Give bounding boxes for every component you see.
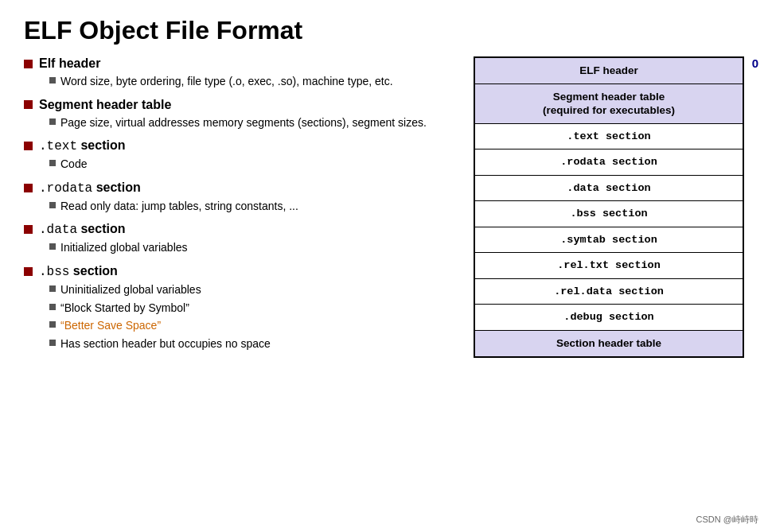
section-bullet-rodata-section: [24, 184, 33, 192]
zero-label: 0: [752, 56, 758, 70]
diagram-cell: .rel.data section: [474, 278, 743, 305]
sub-items-rodata-section: Read only data: jump tables, string cons…: [49, 199, 458, 215]
section-title-bss-section: .bss section: [24, 264, 458, 279]
sub-items-text-section: Code: [49, 157, 458, 173]
diagram-row: Segment header table(required for execut…: [474, 83, 743, 123]
diagram-cell: .rodata section: [474, 150, 743, 176]
sub-item-text: “Better Save Space”: [60, 318, 161, 334]
sub-item-text: Read only data: jump tables, string cons…: [60, 199, 298, 215]
diagram-cell: .rel.txt section: [474, 253, 743, 279]
sub-bullet: [49, 202, 56, 208]
sub-bullet: [49, 118, 56, 125]
section-title-text-bss-section: .bss section: [39, 264, 118, 279]
diagram-cell: .debug section: [474, 305, 743, 331]
section-text-section: .text sectionCode: [24, 138, 458, 173]
sub-item: “Block Started by Symbol”: [49, 301, 458, 316]
sub-items-elf-header: Word size, byte ordering, file type (.o,…: [49, 74, 458, 90]
diagram-row: .bss section: [474, 201, 743, 227]
sub-item: Code: [49, 157, 458, 173]
section-elf-header: Elf headerWord size, byte ordering, file…: [24, 56, 458, 90]
sub-bullet: [49, 77, 56, 83]
section-title-text-section: .text section: [24, 138, 458, 153]
section-title-text-elf-header: Elf header: [39, 56, 100, 71]
sub-items-data-section: Initialized global variables: [49, 240, 458, 256]
sub-item: Has section header but occupies no space: [49, 336, 458, 352]
section-bullet-data-section: [24, 225, 33, 234]
sub-item-text: Word size, byte ordering, file type (.o,…: [60, 74, 393, 90]
diagram-row: .rel.data section: [474, 278, 743, 305]
right-panel: 0 ELF headerSegment header table(require…: [474, 56, 744, 359]
sub-item-text: Code: [60, 157, 87, 173]
diagram-row: .symtab section: [474, 227, 743, 253]
diagram-row: .data section: [474, 175, 743, 201]
diagram-row: .text section: [474, 123, 743, 150]
sub-item-text: “Block Started by Symbol”: [60, 301, 189, 316]
section-title-segment-header-table: Segment header table: [24, 98, 458, 112]
diagram-wrapper: 0 ELF headerSegment header table(require…: [474, 56, 744, 358]
diagram-row: .rel.txt section: [474, 253, 743, 279]
section-bullet-bss-section: [24, 267, 33, 276]
sub-item: Uninitialized global variables: [49, 282, 458, 298]
section-bullet-text-section: [24, 142, 33, 150]
diagram-cell: .data section: [474, 175, 743, 201]
section-title-text-rodata-section: .rodata section: [39, 181, 141, 196]
sub-item-text: Has section header but occupies no space: [60, 336, 271, 352]
diagram-cell: Segment header table(required for execut…: [474, 83, 743, 123]
sub-item: “Better Save Space”: [49, 318, 458, 334]
section-title-rodata-section: .rodata section: [24, 181, 458, 196]
sub-item: Word size, byte ordering, file type (.o,…: [49, 74, 458, 90]
diagram-table: ELF headerSegment header table(required …: [474, 56, 744, 358]
diagram-cell: .text section: [474, 123, 743, 150]
section-title-elf-header: Elf header: [24, 56, 458, 71]
sub-item-text: Initialized global variables: [60, 240, 188, 256]
sub-bullet: [49, 160, 56, 166]
section-segment-header-table: Segment header tablePage size, virtual a…: [24, 98, 458, 131]
sub-item: Page size, virtual addresses memory segm…: [49, 115, 458, 131]
section-title-data-section: .data section: [24, 222, 458, 237]
sub-bullet: [49, 243, 56, 250]
section-title-text-data-section: .data section: [39, 222, 125, 237]
page-title: ELF Object File Format: [24, 16, 744, 45]
section-bss-section: .bss sectionUninitialized global variabl…: [24, 264, 458, 351]
sub-bullet: [49, 304, 56, 310]
sub-item: Initialized global variables: [49, 240, 458, 256]
sub-items-segment-header-table: Page size, virtual addresses memory segm…: [49, 115, 458, 131]
section-bullet-segment-header-table: [24, 100, 33, 109]
footer: CSDN @峙峙時: [696, 514, 758, 526]
sub-bullet: [49, 321, 56, 328]
diagram-cell: .bss section: [474, 201, 743, 227]
sub-bullet: [49, 285, 56, 292]
left-panel: Elf headerWord size, byte ordering, file…: [24, 56, 458, 359]
sub-item: Read only data: jump tables, string cons…: [49, 199, 458, 215]
sub-bullet: [49, 340, 56, 346]
diagram-row: Section header table: [474, 331, 743, 357]
section-title-text-text-section: .text section: [39, 138, 125, 153]
diagram-cell: .symtab section: [474, 227, 743, 253]
sub-item-text: Page size, virtual addresses memory segm…: [60, 115, 427, 131]
diagram-row: .debug section: [474, 305, 743, 331]
diagram-cell: Section header table: [474, 331, 743, 357]
diagram-row: .rodata section: [474, 150, 743, 176]
section-rodata-section: .rodata sectionRead only data: jump tabl…: [24, 181, 458, 215]
section-data-section: .data sectionInitialized global variable…: [24, 222, 458, 256]
diagram-row: ELF header: [474, 57, 743, 83]
section-bullet-elf-header: [24, 60, 33, 68]
diagram-cell: ELF header: [474, 57, 743, 83]
sub-items-bss-section: Uninitialized global variables“Block Sta…: [49, 282, 458, 351]
section-title-text-segment-header-table: Segment header table: [39, 98, 171, 112]
sub-item-text: Uninitialized global variables: [60, 282, 201, 298]
